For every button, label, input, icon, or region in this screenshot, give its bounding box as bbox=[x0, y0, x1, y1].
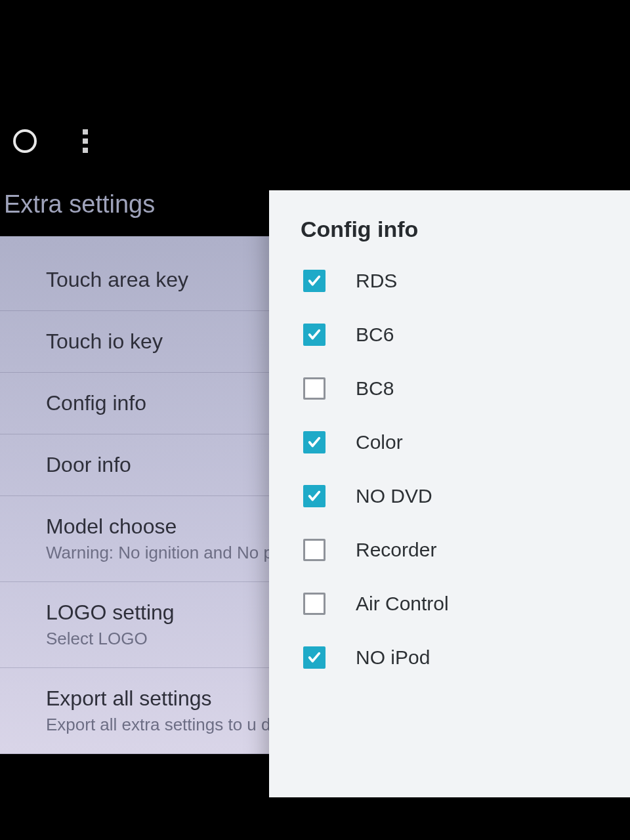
nav-bar bbox=[0, 118, 630, 164]
checkbox-icon[interactable] bbox=[303, 377, 326, 400]
config-info-dialog: Config info RDSBC6BC8ColorNO DVDRecorder… bbox=[269, 190, 630, 797]
option-label: Color bbox=[356, 431, 403, 453]
checkbox-icon[interactable] bbox=[303, 539, 326, 561]
dialog-option[interactable]: Recorder bbox=[269, 523, 630, 577]
checkbox-icon[interactable] bbox=[303, 324, 326, 346]
option-label: BC6 bbox=[356, 324, 394, 346]
dialog-option-list: RDSBC6BC8ColorNO DVDRecorderAir ControlN… bbox=[269, 254, 630, 684]
checkbox-icon[interactable] bbox=[303, 485, 326, 507]
checkbox-icon[interactable] bbox=[303, 646, 326, 669]
page-title: Extra settings bbox=[0, 190, 155, 219]
option-label: BC8 bbox=[356, 377, 394, 400]
dialog-option[interactable]: Color bbox=[269, 415, 630, 469]
checkbox-icon[interactable] bbox=[303, 270, 326, 292]
dialog-option[interactable]: BC6 bbox=[269, 308, 630, 362]
option-label: NO iPod bbox=[356, 646, 430, 669]
checkbox-icon[interactable] bbox=[303, 593, 326, 615]
checkbox-icon[interactable] bbox=[303, 431, 326, 453]
option-label: Air Control bbox=[356, 593, 449, 615]
option-label: Recorder bbox=[356, 539, 436, 561]
dialog-option[interactable]: Air Control bbox=[269, 577, 630, 631]
recent-apps-icon[interactable] bbox=[83, 129, 88, 153]
dialog-option[interactable]: BC8 bbox=[269, 362, 630, 415]
option-label: RDS bbox=[356, 270, 397, 292]
dialog-title: Config info bbox=[269, 217, 630, 254]
home-icon[interactable] bbox=[13, 129, 37, 153]
option-label: NO DVD bbox=[356, 485, 432, 507]
dialog-option[interactable]: RDS bbox=[269, 254, 630, 308]
dialog-option[interactable]: NO DVD bbox=[269, 469, 630, 523]
dialog-option[interactable]: NO iPod bbox=[269, 631, 630, 684]
